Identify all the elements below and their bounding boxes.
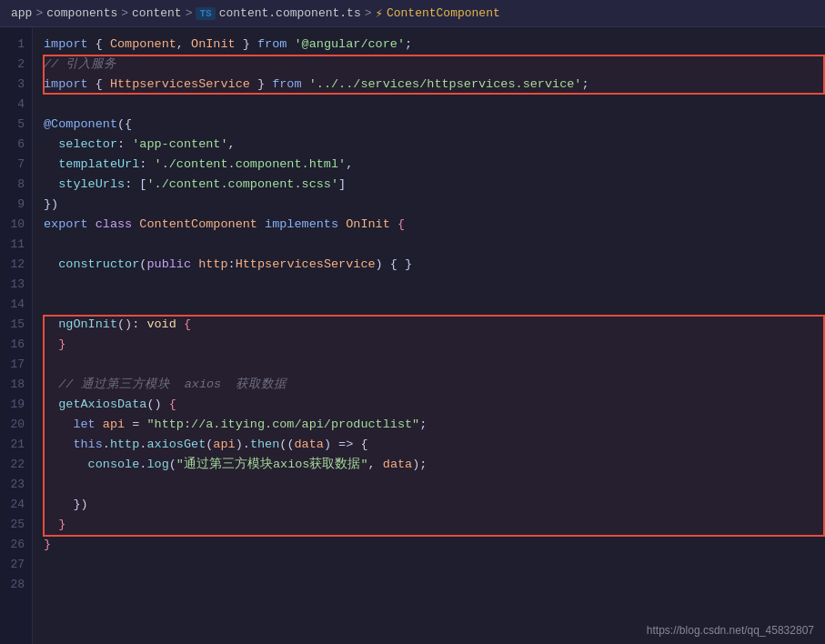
code-content: import { Component, OnInit } from '@angu… xyxy=(33,27,825,644)
code-line-10: export class ContentComponent implements… xyxy=(44,215,825,235)
code-line-17 xyxy=(44,355,825,375)
breadcrumb-components: components xyxy=(46,6,117,20)
code-line-12: constructor(public http:HttpservicesServ… xyxy=(44,255,825,275)
code-line-14 xyxy=(44,295,825,315)
code-line-16: } xyxy=(44,335,825,355)
code-line-27 xyxy=(44,555,825,575)
breadcrumb-class: ContentComponent xyxy=(387,6,500,20)
code-line-9: }) xyxy=(44,195,825,215)
component-icon: ⚡ xyxy=(376,5,383,21)
breadcrumb-filename: content.component.ts xyxy=(219,6,361,20)
code-line-3: import { HttpservicesService } from '../… xyxy=(44,75,825,95)
breadcrumb-content: content xyxy=(132,6,182,20)
code-line-18: // 通过第三方模块 axios 获取数据 xyxy=(44,375,825,395)
code-line-20: let api = "http://a.itying.com/api/produ… xyxy=(44,415,825,435)
code-line-1: import { Component, OnInit } from '@angu… xyxy=(44,35,825,55)
code-line-7: templateUrl: './content.component.html', xyxy=(44,155,825,175)
code-line-6: selector: 'app-content', xyxy=(44,135,825,155)
watermark: https://blog.csdn.net/qq_45832807 xyxy=(647,624,814,637)
code-line-26: } xyxy=(44,535,825,555)
code-line-11 xyxy=(44,235,825,255)
code-line-22: console.log("通过第三方模块axios获取数据", data); xyxy=(44,455,825,475)
code-line-4 xyxy=(44,95,825,115)
breadcrumb: app > components > content > TS content.… xyxy=(0,0,825,27)
code-line-19: getAxiosData() { xyxy=(44,395,825,415)
editor-window: app > components > content > TS content.… xyxy=(0,0,825,644)
code-line-5: @Component({ xyxy=(44,115,825,135)
code-line-13 xyxy=(44,275,825,295)
code-line-2: // 引入服务 xyxy=(44,55,825,75)
line-numbers: 1 2 3 4 5 6 7 8 9 10 11 12 13 14 15 16 1… xyxy=(0,27,33,644)
code-line-8: styleUrls: ['./content.component.scss'] xyxy=(44,175,825,195)
code-line-23 xyxy=(44,475,825,495)
code-line-21: this.http.axiosGet(api).then((data) => { xyxy=(44,435,825,455)
code-area: 1 2 3 4 5 6 7 8 9 10 11 12 13 14 15 16 1… xyxy=(0,27,825,644)
breadcrumb-app: app xyxy=(11,6,32,20)
code-line-15: ngOnInit(): void { xyxy=(44,315,825,335)
code-line-28 xyxy=(44,575,825,595)
code-line-25: } xyxy=(44,515,825,535)
code-line-24: }) xyxy=(44,495,825,515)
breadcrumb-ts-icon: TS xyxy=(196,7,215,20)
